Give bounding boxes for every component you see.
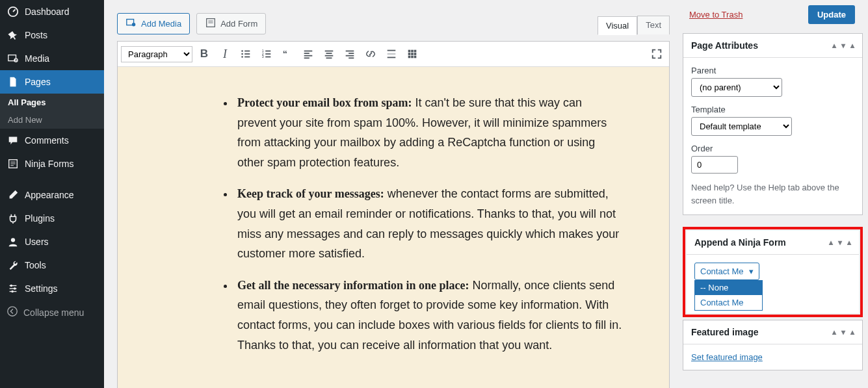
main-content: Add Media Add Form Visual Text Paragraph… <box>104 0 683 388</box>
svg-rect-31 <box>265 57 270 58</box>
align-center-button[interactable] <box>320 45 338 63</box>
sidebar-item-settings[interactable]: Settings <box>0 277 104 300</box>
parent-label: Parent <box>691 66 854 75</box>
svg-rect-51 <box>408 53 411 55</box>
template-select[interactable]: Default template <box>691 117 792 136</box>
caret-up-icon[interactable]: ▴ <box>850 328 854 337</box>
bold-button[interactable]: B <box>195 45 213 63</box>
append-ninja-form-panel: Append a Ninja Form ▴ ▾ ▴ Contact Me -- … <box>687 231 859 313</box>
svg-rect-44 <box>349 57 354 58</box>
align-right-button[interactable] <box>341 45 359 63</box>
fullscreen-button[interactable] <box>648 45 666 63</box>
svg-point-24 <box>241 56 243 58</box>
page-icon <box>7 75 20 88</box>
quote-button[interactable]: “ <box>278 45 296 63</box>
chevron-down-icon[interactable]: ▾ <box>841 328 845 337</box>
sidebar-item-comments[interactable]: Comments <box>0 129 104 152</box>
align-left-button[interactable] <box>299 45 317 63</box>
sidebar-label: Ninja Forms <box>25 159 73 169</box>
publish-actions: Move to Trash Update <box>683 0 863 33</box>
sidebar-item-media[interactable]: Media <box>0 47 104 70</box>
panel-title: Page Attributes <box>691 40 758 51</box>
sidebar-item-tools[interactable]: Tools <box>0 253 104 277</box>
sidebar-sub-all-pages[interactable]: All Pages <box>0 94 104 111</box>
sidebar-label: Plugins <box>25 213 55 224</box>
set-featured-image-link[interactable]: Set featured image <box>691 352 763 362</box>
svg-point-9 <box>10 285 13 287</box>
svg-text:“: “ <box>283 49 287 59</box>
panel-title: Featured image <box>691 327 758 337</box>
svg-rect-48 <box>408 50 411 53</box>
toolbar-toggle-button[interactable] <box>403 45 421 63</box>
italic-button[interactable]: I <box>216 45 234 63</box>
highlight-annotation: Append a Ninja Form ▴ ▾ ▴ Contact Me -- … <box>683 227 863 317</box>
chevron-up-icon[interactable]: ▴ <box>832 41 836 50</box>
update-button[interactable]: Update <box>808 5 855 24</box>
svg-rect-49 <box>411 50 414 53</box>
move-to-trash-link[interactable]: Move to Trash <box>689 10 743 19</box>
svg-rect-52 <box>411 53 414 55</box>
content-bold: Keep track of your messages: <box>237 187 384 200</box>
svg-point-11 <box>14 287 16 290</box>
svg-rect-36 <box>304 57 309 58</box>
ninja-option-contact[interactable]: Contact Me <box>695 295 762 310</box>
editor-content-area[interactable]: Protect your email box from spam: It can… <box>118 67 669 388</box>
brush-icon <box>7 188 20 201</box>
caret-up-icon[interactable]: ▴ <box>847 238 851 247</box>
chevron-down-icon[interactable]: ▾ <box>841 41 845 50</box>
button-label: Add Media <box>141 19 181 29</box>
sidebar-label: Users <box>25 237 49 247</box>
sidebar-collapse[interactable]: Collapse menu <box>0 300 104 324</box>
number-list-button[interactable]: 123 <box>257 45 276 63</box>
help-text: Need help? Use the Help tab above the sc… <box>691 181 854 207</box>
add-media-button[interactable]: Add Media <box>117 13 190 34</box>
tab-visual[interactable]: Visual <box>598 16 637 35</box>
sidebar-item-dashboard[interactable]: Dashboard <box>0 0 104 23</box>
sidebar-item-posts[interactable]: Posts <box>0 23 104 47</box>
svg-rect-45 <box>388 50 396 51</box>
svg-rect-33 <box>304 51 313 52</box>
media-icon <box>125 17 137 31</box>
sidebar-item-users[interactable]: Users <box>0 230 104 253</box>
featured-image-panel: Featured image ▴ ▾ ▴ Set featured image <box>683 320 863 370</box>
parent-select[interactable]: (no parent) <box>691 78 782 97</box>
sidebar-sub-add-new[interactable]: Add New <box>0 111 104 129</box>
readmore-button[interactable] <box>382 45 401 63</box>
sidebar-item-appearance[interactable]: Appearance <box>0 183 104 207</box>
bullet-list-button[interactable] <box>237 45 255 63</box>
add-form-button[interactable]: Add Form <box>196 13 266 34</box>
content-item: Protect your email box from spam: It can… <box>235 93 624 172</box>
chevron-up-icon[interactable]: ▴ <box>832 328 836 337</box>
pin-icon <box>7 29 20 42</box>
wrench-icon <box>7 259 20 272</box>
svg-rect-29 <box>265 53 270 55</box>
editor: Paragraph B I 123 “ Protect your email b… <box>117 41 670 388</box>
sidebar-item-plugins[interactable]: Plugins <box>0 207 104 230</box>
svg-rect-43 <box>346 55 354 57</box>
svg-rect-55 <box>411 56 414 58</box>
sidebar-label: Appearance <box>25 190 74 200</box>
sidebar-item-pages[interactable]: Pages <box>0 70 104 94</box>
link-button[interactable] <box>362 45 380 63</box>
format-select[interactable]: Paragraph <box>121 46 192 62</box>
caret-up-icon[interactable]: ▴ <box>850 41 854 50</box>
chevron-up-icon[interactable]: ▴ <box>829 238 833 247</box>
svg-rect-37 <box>325 51 334 52</box>
content-bold: Get all the necessary information in one… <box>237 279 469 292</box>
ninja-option-none[interactable]: -- None <box>695 280 762 295</box>
sidebar-submenu-pages: All Pages Add New <box>0 94 104 129</box>
settings-icon <box>7 282 20 295</box>
sidebar-item-ninja-forms[interactable]: Ninja Forms <box>0 152 104 175</box>
svg-point-16 <box>132 23 135 26</box>
svg-point-22 <box>241 53 243 55</box>
editor-tabs: Visual Text <box>598 16 670 34</box>
svg-rect-34 <box>304 53 309 54</box>
order-label: Order <box>691 144 854 153</box>
tab-text[interactable]: Text <box>637 16 670 34</box>
ninja-form-select[interactable]: Contact Me <box>694 263 759 280</box>
order-input[interactable] <box>691 156 738 174</box>
chevron-down-icon[interactable]: ▾ <box>838 238 842 247</box>
svg-rect-41 <box>346 51 354 52</box>
svg-text:3: 3 <box>262 55 264 58</box>
form-icon <box>7 157 20 170</box>
